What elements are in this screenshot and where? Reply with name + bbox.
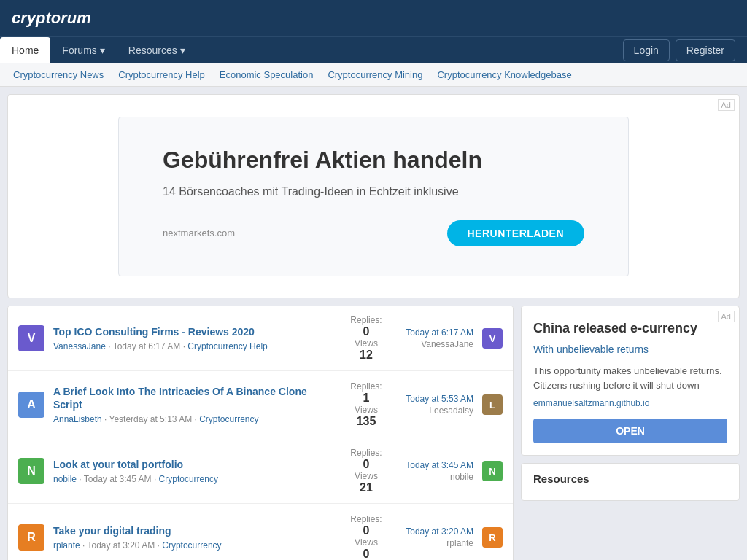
views-label: Views [355, 405, 378, 415]
thread-title[interactable]: Look at your total portfolio [53, 458, 332, 471]
sidebar: Ad China released e-currency With unbeli… [521, 306, 740, 560]
thread-category[interactable]: Cryptocurrency Help [187, 341, 267, 351]
thread-author[interactable]: AnnaLisbeth [53, 414, 102, 424]
thread-meta: AnnaLisbeth · Yesterday at 5:13 AM · Cry… [53, 414, 332, 424]
sidebar-ad-text: This opportunity makes unbelievable retu… [533, 364, 727, 392]
thread-stats: Replies: 1 Views 135 [341, 381, 392, 428]
thread-stats: Replies: 0 Views 21 [341, 448, 392, 494]
latest-info: Today at 6:17 AM VanessaJane [406, 327, 473, 349]
sidebar-ad-open-button[interactable]: OPEN [533, 419, 727, 443]
thread-stats: Replies: 0 Views 12 [341, 315, 392, 362]
thread-item: R Take your digital trading rplante · To… [8, 505, 513, 560]
thread-info: Take your digital trading rplante · Toda… [53, 524, 332, 551]
replies-label: Replies: [350, 315, 382, 325]
ad-content: Gebührenfrei Aktien handeln 14 Börsencoa… [118, 117, 629, 276]
thread-latest: Today at 5:53 AM Leesadaisy L [400, 394, 503, 416]
latest-user: rplante [446, 538, 473, 548]
thread-category[interactable]: Cryptocurrency [159, 474, 218, 484]
ad-download-button[interactable]: HERUNTERLADEN [447, 220, 585, 246]
thread-info: Top ICO Consulting Firms - Reviews 2020 … [53, 325, 332, 351]
ad-footer: nextmarkets.com HERUNTERLADEN [163, 220, 584, 246]
thread-latest: Today at 3:45 AM nobile N [400, 460, 503, 482]
thread-info: A Brief Look Into The Intricacies Of A B… [53, 385, 332, 424]
thread-title[interactable]: A Brief Look Into The Intricacies Of A B… [53, 385, 332, 411]
latest-time[interactable]: Today at 5:53 AM [406, 394, 473, 404]
latest-time[interactable]: Today at 6:17 AM [406, 327, 473, 338]
ad-subtitle: 14 Börsencoaches mit Trading-Ideen in Ec… [163, 185, 584, 198]
views-count: 135 [357, 415, 376, 428]
thread-category[interactable]: Cryptocurrency [199, 414, 258, 424]
latest-info: Today at 3:45 AM nobile [406, 460, 473, 482]
latest-time[interactable]: Today at 3:20 AM [406, 526, 473, 537]
avatar: N [18, 458, 44, 484]
subnav-item-knowledgebase[interactable]: Cryptocurrency Knowledgebase [430, 63, 578, 86]
thread-meta: VanessaJane · Today at 6:17 AM · Cryptoc… [53, 341, 332, 351]
latest-row: Today at 5:53 AM Leesadaisy L [400, 394, 503, 416]
latest-row: Today at 3:45 AM nobile N [400, 460, 503, 482]
latest-user: Leesadaisy [429, 405, 473, 416]
subnav-item-speculation[interactable]: Economic Speculation [212, 63, 321, 86]
thread-item: A A Brief Look Into The Intricacies Of A… [8, 373, 513, 438]
main-nav: Home Forums ▾ Resources ▾ Login Register [0, 36, 747, 63]
views-count: 12 [360, 349, 373, 362]
thread-category[interactable]: Cryptocurrency [162, 540, 221, 551]
replies-label: Replies: [350, 448, 382, 458]
chevron-down-icon: ▾ [180, 44, 185, 56]
latest-user: VanessaJane [421, 339, 473, 349]
subnav-item-news[interactable]: Cryptocurrency News [6, 63, 111, 86]
login-button[interactable]: Login [623, 39, 670, 61]
thread-author[interactable]: VanessaJane [53, 341, 106, 351]
latest-avatar[interactable]: L [482, 394, 503, 415]
replies-count: 0 [363, 524, 370, 537]
thread-info: Look at your total portfolio nobile · To… [53, 458, 332, 484]
avatar: V [18, 325, 44, 351]
sidebar-ad: Ad China released e-currency With unbeli… [521, 306, 740, 456]
latest-avatar[interactable]: V [482, 328, 503, 349]
thread-author[interactable]: rplante [53, 540, 80, 551]
register-button[interactable]: Register [676, 39, 735, 61]
subnav-item-help[interactable]: Cryptocurrency Help [111, 63, 212, 86]
thread-item: V Top ICO Consulting Firms - Reviews 202… [8, 306, 513, 371]
thread-author[interactable]: nobile [53, 474, 77, 484]
sidebar-ad-label: Ad [718, 311, 735, 322]
views-count: 21 [360, 481, 373, 494]
avatar: A [18, 392, 44, 418]
subnav-item-mining[interactable]: Cryptocurrency Mining [320, 63, 430, 86]
latest-row: Today at 3:20 AM rplante R [400, 526, 503, 548]
ad-domain: nextmarkets.com [163, 228, 235, 238]
replies-label: Replies: [350, 381, 382, 392]
latest-avatar[interactable]: R [482, 527, 503, 548]
thread-meta: rplante · Today at 3:20 AM · Cryptocurre… [53, 540, 332, 551]
sidebar-ad-title: China released e-currency [533, 321, 727, 336]
thread-stats: Replies: 0 Views 0 [341, 514, 392, 560]
views-label: Views [355, 471, 378, 481]
sidebar-ad-subtitle: With unbelievable returns [533, 343, 727, 355]
nav-resources[interactable]: Resources ▾ [117, 37, 197, 63]
site-logo[interactable]: cryptorum [12, 9, 91, 27]
ad-label: Ad [718, 99, 735, 111]
nav-forums[interactable]: Forums ▾ [50, 37, 116, 63]
latest-avatar[interactable]: N [482, 461, 503, 481]
avatar: R [18, 524, 44, 551]
nav-home[interactable]: Home [0, 37, 50, 63]
ad-banner: Ad Gebührenfrei Aktien handeln 14 Börsen… [7, 94, 740, 298]
sidebar-resources: Resources [521, 463, 740, 501]
sidebar-resources-title: Resources [533, 472, 727, 491]
main-container: Ad Gebührenfrei Aktien handeln 14 Börsen… [0, 87, 747, 560]
header: cryptorum [0, 0, 747, 36]
views-label: Views [355, 338, 378, 349]
thread-item: N Look at your total portfolio nobile · … [8, 439, 513, 504]
chevron-down-icon: ▾ [100, 44, 105, 56]
latest-user: nobile [450, 472, 473, 482]
replies-count: 0 [363, 458, 370, 471]
sidebar-ad-domain: emmanuelsaltzmann.github.io [533, 398, 727, 408]
thread-title[interactable]: Top ICO Consulting Firms - Reviews 2020 [53, 325, 332, 338]
views-count: 0 [363, 548, 370, 560]
replies-count: 1 [363, 392, 370, 405]
latest-time[interactable]: Today at 3:45 AM [406, 460, 473, 470]
thread-title[interactable]: Take your digital trading [53, 524, 332, 537]
content-row: V Top ICO Consulting Firms - Reviews 202… [7, 306, 740, 560]
replies-label: Replies: [350, 514, 382, 524]
thread-meta: nobile · Today at 3:45 AM · Cryptocurren… [53, 474, 332, 484]
latest-info: Today at 5:53 AM Leesadaisy [406, 394, 473, 416]
